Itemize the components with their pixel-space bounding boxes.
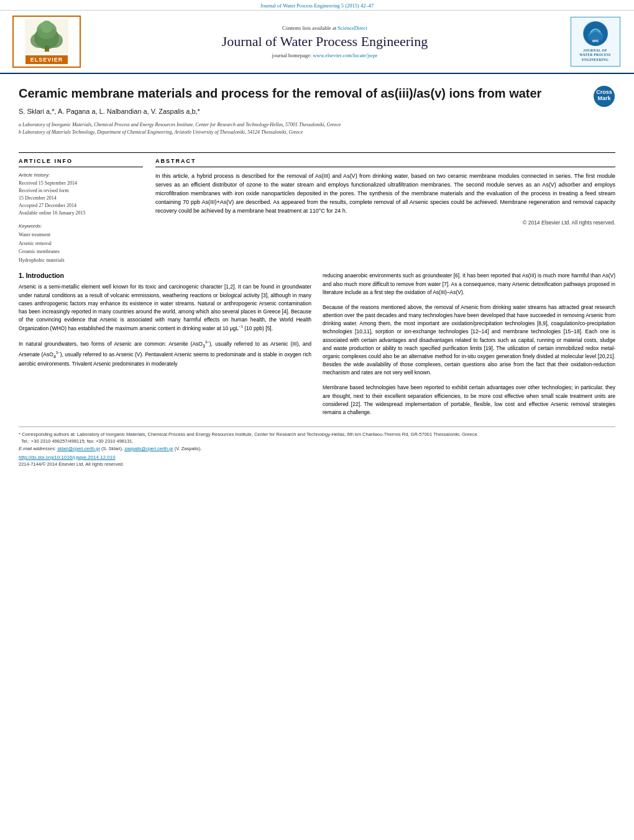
body-left-column: 1. Introduction Arsenic is a semi-metall… (19, 272, 311, 417)
available-online-date: Available online 16 January 2015 (19, 210, 143, 217)
history-label: Article history: (19, 172, 143, 178)
intro-para2: In natural groundwaters, two forms of Ar… (19, 339, 311, 368)
right-para1: reducing anaerobic environments such as … (323, 272, 615, 297)
abstract-divider (155, 167, 615, 167)
footnote-section: * Corresponding authors at: Laboratory o… (19, 427, 615, 467)
water-process-logo: WPE (583, 21, 608, 46)
info-divider (19, 167, 143, 167)
logo-text: JOURNAL OFWATER PROCESSENGINEERING (574, 48, 617, 62)
svg-point-5 (40, 21, 53, 33)
star-footnote: * Corresponding authors at: Laboratory o… (19, 431, 615, 445)
abstract-section: ABSTRACT In this article, a hybrid proce… (155, 158, 615, 264)
header-divider (19, 152, 615, 153)
elsevier-tree-icon (25, 19, 68, 53)
body-right-column: reducing anaerobic environments such as … (323, 272, 615, 417)
article-info-title: ARTICLE INFO (19, 158, 143, 164)
authors: S. Sklari a,*, A. Pagana a, L. Nalbandia… (19, 108, 615, 115)
abstract-text: In this article, a hybrid process is des… (155, 172, 615, 216)
article-header: Cross Mark Ceramic membrane materials an… (0, 74, 634, 147)
info-abstract-section: ARTICLE INFO Article history: Received 1… (0, 158, 634, 264)
right-para3: Membrane based technologies have been re… (323, 384, 615, 417)
journal-header: ELSEVIER Contents lists available at Sci… (0, 11, 634, 74)
article-info: ARTICLE INFO Article history: Received 1… (19, 158, 143, 264)
right-para2: Because of the reasons mentioned above, … (323, 303, 615, 377)
keyword-2: Arsenic removal (19, 239, 143, 248)
affiliations: a Laboratory of Inorganic Materials, Che… (19, 121, 615, 136)
intro-para1: Arsenic is a semi-metallic element well … (19, 283, 311, 333)
svg-text:Cross: Cross (596, 89, 612, 95)
affiliation-b: b Laboratory of Materials Technology, De… (19, 129, 615, 136)
body-section: 1. Introduction Arsenic is a semi-metall… (0, 264, 634, 417)
journal-citation: Journal of Water Process Engineering 5 (… (0, 0, 634, 11)
sci-direct-link[interactable]: ScienceDirect (338, 25, 367, 31)
email-footnote: E-mail addresses: sklari@cperi.certh.gr … (19, 445, 615, 452)
article-title: Ceramic membrane materials and process f… (19, 85, 615, 101)
doi-link[interactable]: http://dx.doi.org/10.1016/j.jwpe.2014.12… (19, 455, 615, 460)
email-link-1[interactable]: sklari@cperi.certh.gr (57, 446, 100, 451)
accepted-date: Accepted 27 December 2014 (19, 202, 143, 210)
journal-logo-box: WPE JOURNAL OFWATER PROCESSENGINEERING (571, 17, 620, 66)
crossmark-logo[interactable]: Cross Mark (593, 85, 615, 108)
email-link-2[interactable]: zaspalis@cperi.certh.gr (124, 446, 173, 451)
svg-text:Mark: Mark (597, 95, 611, 101)
journal-title: Journal of Water Process Engineering (93, 34, 556, 50)
homepage-notice: journal homepage: www.elsevier.com/locat… (93, 52, 556, 58)
received-date: Received 15 September 2014 (19, 180, 143, 187)
affiliation-a: a Laboratory of Inorganic Materials, Che… (19, 121, 615, 129)
svg-text:WPE: WPE (592, 40, 598, 43)
footer-copyright: 2214-7144/© 2014 Elsevier Ltd. All right… (19, 461, 615, 467)
keywords-list: Water treatment Arsenic removal Ceramic … (19, 231, 143, 264)
intro-heading: 1. Introduction (19, 272, 311, 279)
journal-center: Contents lists available at ScienceDirec… (81, 25, 569, 58)
sci-direct-notice: Contents lists available at ScienceDirec… (93, 25, 556, 31)
elsevier-logo: ELSEVIER (12, 16, 81, 68)
keywords-label: Keywords: (19, 223, 143, 229)
keyword-1: Water treatment (19, 231, 143, 239)
homepage-link[interactable]: www.elsevier.com/locate/jwpe (313, 52, 377, 58)
elsevier-label: ELSEVIER (25, 55, 68, 64)
abstract-title: ABSTRACT (155, 158, 615, 164)
received-revised-date: Received in revised form15 December 2014 (19, 187, 143, 202)
keyword-3: Ceramic membranes (19, 247, 143, 256)
keyword-4: Hydrophobic materials (19, 256, 143, 265)
journal-logo-right: WPE JOURNAL OFWATER PROCESSENGINEERING (569, 17, 622, 66)
abstract-copyright: © 2014 Elsevier Ltd. All rights reserved… (155, 219, 615, 226)
